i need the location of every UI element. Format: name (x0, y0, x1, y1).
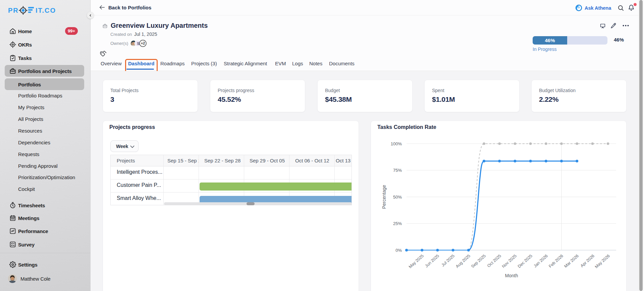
svg-text:May 2025: May 2025 (408, 253, 425, 269)
svg-text:Mar 2026: Mar 2026 (563, 253, 580, 269)
svg-text:0%: 0% (395, 248, 402, 253)
svg-text:IT.CO: IT.CO (36, 7, 56, 14)
svg-text:100%: 100% (391, 141, 402, 146)
svg-text:Jul 2025: Jul 2025 (441, 253, 456, 268)
svg-text:75%: 75% (393, 168, 402, 173)
svg-text:50%: 50% (393, 195, 402, 200)
svg-text:Oct 2025: Oct 2025 (486, 253, 502, 268)
svg-text:25%: 25% (393, 221, 402, 226)
svg-text:Month: Month (505, 273, 518, 278)
svg-text:Dec 2025: Dec 2025 (517, 253, 533, 269)
svg-text:+2: +2 (141, 41, 145, 45)
svg-text:Aug 2025: Aug 2025 (455, 253, 471, 269)
svg-text:Apr 2026: Apr 2026 (580, 253, 595, 268)
svg-text:Feb 2026: Feb 2026 (548, 253, 564, 269)
svg-text:PR: PR (8, 7, 19, 14)
svg-text:May 2026: May 2026 (594, 253, 611, 269)
svg-text:Percentage: Percentage (381, 185, 387, 209)
svg-text:Jun 2025: Jun 2025 (424, 253, 440, 269)
svg-text:Sep 2025: Sep 2025 (470, 253, 487, 269)
svg-text:S: S (137, 42, 140, 46)
svg-text:Jan 2026: Jan 2026 (533, 253, 549, 269)
svg-text:Nov 2025: Nov 2025 (501, 253, 518, 269)
